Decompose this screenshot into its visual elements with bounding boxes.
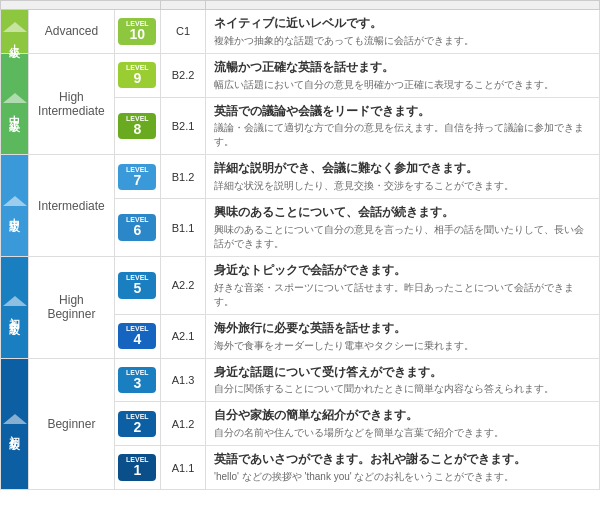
content-sub: 自分に関係することについて聞かれたときに簡単な内容なら答えられます。 xyxy=(214,382,591,396)
cefr-cell: B1.1 xyxy=(161,199,206,257)
content-sub: 幅広い話題において自分の意見を明確かつ正確に表現することができます。 xyxy=(214,78,591,92)
content-main: 興味のあることについて、会話が続きます。 xyxy=(214,204,591,221)
badge-cell: LEVEL5 xyxy=(114,256,160,314)
table-row: 中級IntermediateLEVEL7B1.2詳細な説明ができ、会議に難なく参… xyxy=(1,155,600,199)
content-main: 海外旅行に必要な英語を話せます。 xyxy=(214,320,591,337)
header-content xyxy=(206,1,600,10)
badge-cell: LEVEL9 xyxy=(114,53,160,97)
badge-level-num: 7 xyxy=(119,173,155,188)
badge-cell: LEVEL1 xyxy=(114,446,160,490)
content-sub: 詳細な状況を説明したり、意見交換・交渉をすることができます。 xyxy=(214,179,591,193)
table-header xyxy=(1,1,600,10)
grade-arrow-icon xyxy=(3,296,27,306)
badge-cell: LEVEL3 xyxy=(114,358,160,402)
grade-cell: 上級 xyxy=(1,10,29,54)
level-badge: LEVEL8 xyxy=(118,113,156,139)
content-main: 英語であいさつができます。お礼や謝ることができます。 xyxy=(214,451,591,468)
grade-label: 初中級 xyxy=(7,309,22,318)
badge-level-num: 9 xyxy=(119,71,155,86)
grade-label: 初級 xyxy=(7,427,22,433)
grade-arrow-icon xyxy=(3,93,27,103)
content-cell: 身近なトピックで会話ができます。好きな音楽・スポーツについて話せます。昨日あった… xyxy=(206,256,600,314)
content-main: ネイティブに近いレベルです。 xyxy=(214,15,591,32)
level-name-cell: Intermediate xyxy=(29,155,115,257)
badge-level-num: 5 xyxy=(119,281,155,296)
content-sub: 好きな音楽・スポーツについて話せます。昨日あったことについて会話ができます。 xyxy=(214,281,591,309)
badge-cell: LEVEL6 xyxy=(114,199,160,257)
grade-cell: 初級 xyxy=(1,358,29,489)
badge-cell: LEVEL10 xyxy=(114,10,160,54)
content-main: 流暢かつ正確な英語を話せます。 xyxy=(214,59,591,76)
grade-cell: 中級 xyxy=(1,155,29,257)
content-sub: 興味のあることについて自分の意見を言ったり、相手の話を聞いたりして、長い会話がで… xyxy=(214,223,591,251)
content-cell: 海外旅行に必要な英語を話せます。海外で食事をオーダーしたり電車やタクシーに乗れま… xyxy=(206,314,600,358)
badge-cell: LEVEL7 xyxy=(114,155,160,199)
content-cell: ネイティブに近いレベルです。複雑かつ抽象的な話題であっても流暢に会話ができます。 xyxy=(206,10,600,54)
cefr-cell: A2.1 xyxy=(161,314,206,358)
header-rarejob xyxy=(1,1,161,10)
content-cell: 詳細な説明ができ、会議に難なく参加できます。詳細な状況を説明したり、意見交換・交… xyxy=(206,155,600,199)
content-cell: 興味のあることについて、会話が続きます。興味のあることについて自分の意見を言った… xyxy=(206,199,600,257)
level-table: 上級AdvancedLEVEL10C1ネイティブに近いレベルです。複雑かつ抽象的… xyxy=(0,0,600,490)
badge-level-num: 10 xyxy=(119,27,155,42)
level-badge: LEVEL4 xyxy=(118,323,156,349)
grade-arrow-icon xyxy=(3,196,27,206)
badge-level-num: 6 xyxy=(119,223,155,238)
grade-arrow-icon xyxy=(3,22,27,32)
content-main: 身近な話題について受け答えができます。 xyxy=(214,364,591,381)
cefr-cell: A2.2 xyxy=(161,256,206,314)
header-cefr xyxy=(161,1,206,10)
content-main: 身近なトピックで会話ができます。 xyxy=(214,262,591,279)
cefr-cell: B1.2 xyxy=(161,155,206,199)
level-badge: LEVEL1 xyxy=(118,454,156,480)
cefr-cell: A1.1 xyxy=(161,446,206,490)
table-row: 初級BeginnerLEVEL3A1.3身近な話題について受け答えができます。自… xyxy=(1,358,600,402)
content-sub: 自分の名前や住んでいる場所などを簡単な言葉で紹介できます。 xyxy=(214,426,591,440)
badge-level-num: 3 xyxy=(119,376,155,391)
content-main: 詳細な説明ができ、会議に難なく参加できます。 xyxy=(214,160,591,177)
grade-cell: 中上級 xyxy=(1,53,29,155)
level-badge: LEVEL7 xyxy=(118,164,156,190)
level-badge: LEVEL10 xyxy=(118,18,156,44)
content-cell: 流暢かつ正確な英語を話せます。幅広い話題において自分の意見を明確かつ正確に表現す… xyxy=(206,53,600,97)
content-main: 英語での議論や会議をリードできます。 xyxy=(214,103,591,120)
grade-cell: 初中級 xyxy=(1,256,29,358)
cefr-cell: B2.2 xyxy=(161,53,206,97)
badge-cell: LEVEL2 xyxy=(114,402,160,446)
cefr-cell: A1.2 xyxy=(161,402,206,446)
level-badge: LEVEL5 xyxy=(118,272,156,298)
grade-arrow-icon xyxy=(3,414,27,424)
cefr-cell: C1 xyxy=(161,10,206,54)
level-badge: LEVEL9 xyxy=(118,62,156,88)
badge-level-num: 1 xyxy=(119,463,155,478)
badge-level-num: 2 xyxy=(119,420,155,435)
table-row: 初中級HighBeginnerLEVEL5A2.2身近なトピックで会話ができます… xyxy=(1,256,600,314)
content-cell: 英語での議論や会議をリードできます。議論・会議にて適切な方で自分の意見を伝えます… xyxy=(206,97,600,155)
content-sub: 海外で食事をオーダーしたり電車やタクシーに乗れます。 xyxy=(214,339,591,353)
level-name-cell: HighBeginner xyxy=(29,256,115,358)
level-name-cell: HighIntermediate xyxy=(29,53,115,155)
level-badge: LEVEL3 xyxy=(118,367,156,393)
content-sub: 議論・会議にて適切な方で自分の意見を伝えます。自信を持って議論に参加できます。 xyxy=(214,121,591,149)
level-badge: LEVEL2 xyxy=(118,411,156,437)
content-main: 自分や家族の簡単な紹介ができます。 xyxy=(214,407,591,424)
table-row: 上級AdvancedLEVEL10C1ネイティブに近いレベルです。複雑かつ抽象的… xyxy=(1,10,600,54)
grade-label: 中級 xyxy=(7,209,22,215)
cefr-cell: B2.1 xyxy=(161,97,206,155)
level-name-cell: Advanced xyxy=(29,10,115,54)
badge-cell: LEVEL8 xyxy=(114,97,160,155)
badge-cell: LEVEL4 xyxy=(114,314,160,358)
level-name-cell: Beginner xyxy=(29,358,115,489)
level-badge: LEVEL6 xyxy=(118,214,156,240)
grade-label: 上級 xyxy=(7,35,22,41)
badge-level-num: 8 xyxy=(119,122,155,137)
content-sub: 複雑かつ抽象的な話題であっても流暢に会話ができます。 xyxy=(214,34,591,48)
content-cell: 英語であいさつができます。お礼や謝ることができます。'hello' などの挨拶や… xyxy=(206,446,600,490)
grade-label: 中上級 xyxy=(7,106,22,115)
content-sub: 'hello' などの挨拶や 'thank you' などのお礼をいうことができ… xyxy=(214,470,591,484)
table-row: 中上級HighIntermediateLEVEL9B2.2流暢かつ正確な英語を話… xyxy=(1,53,600,97)
badge-level-num: 4 xyxy=(119,332,155,347)
content-cell: 自分や家族の簡単な紹介ができます。自分の名前や住んでいる場所などを簡単な言葉で紹… xyxy=(206,402,600,446)
content-cell: 身近な話題について受け答えができます。自分に関係することについて聞かれたときに簡… xyxy=(206,358,600,402)
cefr-cell: A1.3 xyxy=(161,358,206,402)
